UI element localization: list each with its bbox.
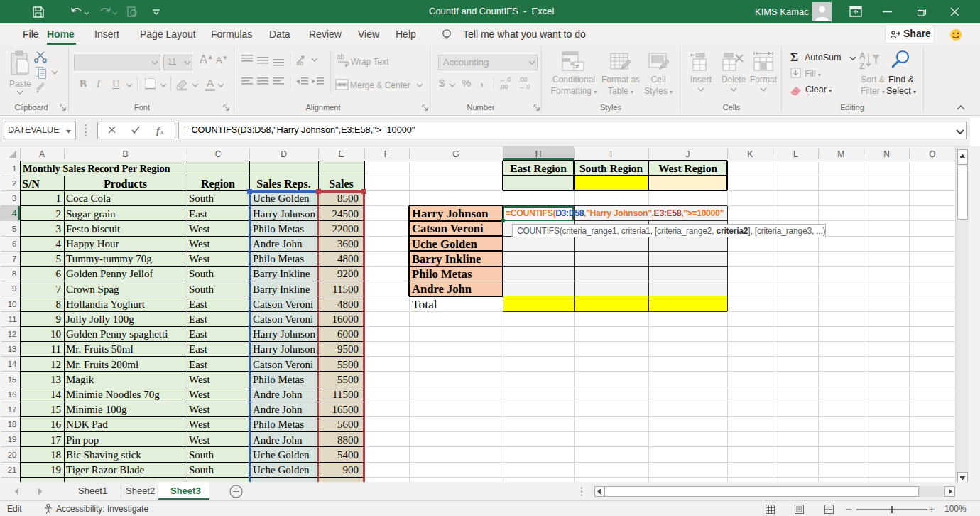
svg-text:16: 16	[50, 419, 62, 430]
svg-text:21: 21	[8, 466, 17, 474]
svg-text:Catson Veroni: Catson Veroni	[253, 313, 313, 325]
svg-text:12: 12	[50, 359, 61, 370]
svg-text:17: 17	[50, 434, 62, 446]
svg-text:East: East	[189, 328, 208, 340]
svg-text:West: West	[189, 374, 210, 385]
svg-text:A: A	[859, 51, 866, 61]
svg-text:A: A	[39, 149, 45, 159]
svg-text:O: O	[929, 149, 935, 159]
svg-text:L: L	[793, 149, 798, 159]
svg-text:12: 12	[8, 330, 17, 338]
svg-text:East: East	[189, 343, 208, 355]
svg-text:8: 8	[56, 299, 62, 310]
svg-text:Philo Metas: Philo Metas	[412, 267, 472, 281]
svg-text:7: 7	[56, 284, 62, 295]
svg-text:Barry Inkline: Barry Inkline	[253, 268, 310, 279]
svg-text:Philo Metas: Philo Metas	[253, 223, 304, 235]
svg-text:900: 900	[343, 464, 359, 475]
svg-text:10: 10	[50, 328, 61, 340]
svg-text:Uche Golden: Uche Golden	[412, 237, 477, 251]
svg-text:3: 3	[56, 223, 62, 235]
svg-text:Uche Golden: Uche Golden	[253, 464, 310, 475]
svg-text:16500: 16500	[332, 404, 359, 415]
svg-text:17: 17	[8, 405, 17, 414]
svg-text:F: F	[384, 149, 389, 159]
svg-text:Catson Veroni: Catson Veroni	[253, 359, 313, 370]
svg-text:S/N: S/N	[22, 178, 40, 190]
svg-text:22000: 22000	[332, 223, 359, 235]
svg-text:7: 7	[12, 254, 16, 263]
svg-text:East: East	[189, 359, 208, 370]
svg-text:19: 19	[50, 464, 61, 475]
svg-text:Philo Metas: Philo Metas	[253, 374, 304, 385]
svg-text:I: I	[610, 149, 612, 159]
svg-text:N: N	[883, 149, 890, 159]
svg-text:Festo biscuit: Festo biscuit	[66, 223, 121, 235]
svg-text:West Region: West Region	[658, 162, 717, 174]
svg-text:11500: 11500	[332, 284, 359, 295]
svg-text:18: 18	[50, 449, 61, 461]
svg-text:16000: 16000	[332, 313, 359, 325]
svg-text:East: East	[189, 208, 208, 220]
svg-text:Jolly Jolly 100g: Jolly Jolly 100g	[66, 313, 134, 325]
svg-text:8500: 8500	[337, 193, 359, 204]
svg-text:Minimie 100g: Minimie 100g	[66, 404, 127, 415]
svg-text:Harry Johnson: Harry Johnson	[253, 208, 315, 220]
svg-text:5600: 5600	[337, 419, 359, 430]
svg-text:M: M	[837, 149, 844, 159]
svg-text:6: 6	[56, 268, 62, 279]
svg-text:ab: ab	[296, 60, 303, 66]
svg-text:Golden Penny spaghetti: Golden Penny spaghetti	[66, 328, 168, 340]
svg-text:B: B	[122, 149, 128, 159]
svg-text:Minimie Noodles 70g: Minimie Noodles 70g	[66, 389, 160, 400]
svg-text:H: H	[535, 149, 542, 159]
svg-text:Philo Metas: Philo Metas	[253, 253, 304, 264]
svg-text:3: 3	[12, 194, 16, 203]
svg-text:2: 2	[12, 179, 16, 188]
svg-text:5400: 5400	[337, 449, 359, 461]
svg-text:18: 18	[8, 420, 17, 429]
svg-text:Coca Cola: Coca Cola	[66, 193, 111, 204]
svg-text:COUNTIFS(criteria_range1, crit: COUNTIFS(criteria_range1, criteria1, [cr…	[517, 226, 826, 236]
svg-text:1: 1	[12, 164, 16, 173]
svg-text:West: West	[189, 404, 210, 415]
svg-text:10: 10	[8, 300, 17, 308]
svg-text:5500: 5500	[337, 374, 359, 385]
svg-text:Monthly Sales Record Per Regio: Monthly Sales Record Per Region	[23, 163, 170, 174]
svg-text:Harry Johnson: Harry Johnson	[253, 343, 315, 355]
svg-text:9200: 9200	[337, 268, 359, 279]
svg-text:Region: Region	[201, 178, 235, 190]
svg-text:Mr. Fruits 50ml: Mr. Fruits 50ml	[66, 343, 134, 355]
svg-text:8800: 8800	[337, 434, 359, 446]
svg-text:South: South	[189, 449, 214, 461]
svg-text:=COUNTIFS(D3:D58,"Harry Johnso: =COUNTIFS(D3:D58,"Harry Johnson",E3:E58,…	[506, 208, 724, 218]
svg-text:15: 15	[8, 375, 17, 384]
svg-text:Andre John: Andre John	[253, 389, 303, 400]
svg-text:East: East	[189, 299, 208, 310]
svg-text:Philo Metas: Philo Metas	[253, 419, 304, 430]
svg-text:Andre John: Andre John	[412, 282, 472, 296]
svg-text:6000: 6000	[337, 328, 359, 340]
svg-text:Barry Inkline: Barry Inkline	[412, 252, 481, 266]
svg-text:4: 4	[56, 238, 62, 249]
svg-text:South: South	[189, 284, 214, 295]
svg-text:Sugar grain: Sugar grain	[66, 208, 116, 220]
svg-text:4800: 4800	[337, 299, 359, 310]
svg-text:D: D	[281, 149, 287, 159]
svg-text:2: 2	[56, 208, 62, 220]
svg-text:Harry Johnson: Harry Johnson	[412, 207, 488, 220]
svg-text:Total: Total	[412, 297, 437, 311]
svg-text:Pin pop: Pin pop	[66, 434, 99, 446]
svg-text:South: South	[189, 268, 214, 279]
svg-text:K: K	[747, 149, 753, 159]
svg-text:5: 5	[56, 253, 62, 264]
svg-text:11500: 11500	[332, 389, 359, 400]
svg-text:9500: 9500	[337, 343, 359, 355]
svg-text:11: 11	[9, 315, 17, 323]
svg-text:C: C	[215, 149, 222, 159]
svg-text:G: G	[452, 149, 459, 159]
svg-text:15: 15	[50, 404, 61, 415]
svg-text:East: East	[189, 313, 208, 325]
svg-text:4: 4	[12, 209, 17, 217]
svg-text:Magik: Magik	[66, 374, 94, 385]
